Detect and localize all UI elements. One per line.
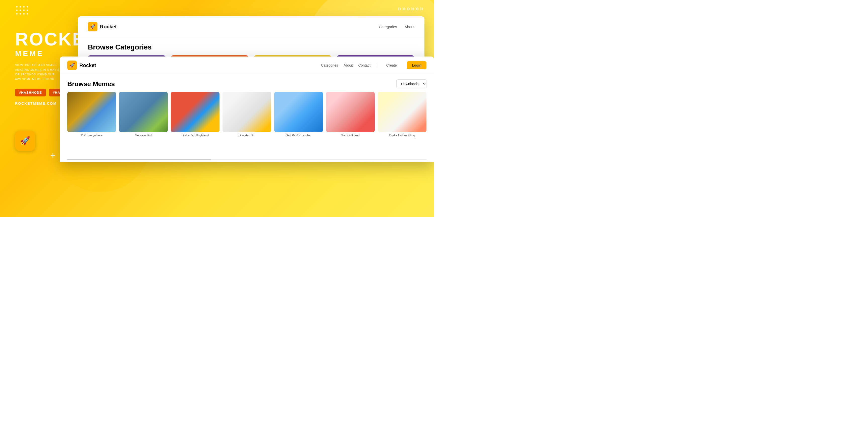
- meme-figure: [326, 92, 375, 132]
- nav-categories-2[interactable]: Categories: [321, 63, 338, 67]
- meme-thumbnail: [326, 92, 375, 132]
- app-icon-large: 🚀: [15, 131, 35, 151]
- nav-links-1: Categories About: [379, 25, 414, 29]
- meme-thumbnail: [119, 92, 168, 132]
- meme-card[interactable]: Success Kid: [119, 92, 168, 137]
- meme-label: X X Everywhere: [67, 134, 116, 137]
- meme-card[interactable]: X X Everywhere: [67, 92, 116, 137]
- meme-card[interactable]: Sad Girlfriend: [326, 92, 375, 137]
- login-button[interactable]: Login: [407, 61, 427, 69]
- nav-categories-1[interactable]: Categories: [379, 25, 397, 29]
- scroll-bar[interactable]: [67, 159, 427, 160]
- hashnode-tag[interactable]: #HASHNODE: [15, 89, 46, 96]
- browser-window-memes: 🚀 Rocket Categories About Contact Create…: [60, 57, 434, 162]
- meme-figure: [378, 92, 427, 132]
- meme-card[interactable]: Sad Pablo Escobar: [274, 92, 323, 137]
- meme-figure: [67, 92, 116, 132]
- scroll-thumb: [67, 159, 211, 160]
- create-button[interactable]: Create: [382, 61, 401, 69]
- meme-thumbnail: [222, 92, 271, 132]
- meme-label: Sad Girlfriend: [326, 134, 375, 137]
- meme-card[interactable]: Distracted Boyfriend: [171, 92, 219, 137]
- nav-about-1[interactable]: About: [405, 25, 414, 29]
- meme-card[interactable]: Drake Hotline Bling: [378, 92, 427, 137]
- browse-memes-title: Browse Memes: [67, 80, 115, 88]
- browse-categories-title: Browse Categories: [78, 37, 425, 55]
- meme-thumbnail: [171, 92, 219, 132]
- nav-bar-2: 🚀 Rocket Categories About Contact Create…: [60, 57, 434, 74]
- dots-pattern: [15, 5, 29, 16]
- sort-dropdown[interactable]: Downloads: [396, 80, 427, 88]
- logo-icon-2: 🚀: [67, 61, 77, 70]
- meme-thumbnail: [67, 92, 116, 132]
- meme-thumbnail: [274, 92, 323, 132]
- logo-1[interactable]: 🚀 Rocket: [88, 22, 117, 31]
- chevrons-decoration: »»»»»»: [398, 4, 424, 12]
- meme-thumbnail: [378, 92, 427, 132]
- nav-contact-2[interactable]: Contact: [359, 63, 370, 67]
- logo-icon-1: 🚀: [88, 22, 97, 31]
- nav-links-2: Categories About Contact Create Login: [321, 61, 427, 69]
- plus-icon: +: [50, 150, 56, 161]
- meme-figure: [119, 92, 168, 132]
- meme-figure: [274, 92, 323, 132]
- meme-label: Distracted Boyfriend: [171, 134, 219, 137]
- nav-divider: [376, 63, 376, 68]
- nav-about-2[interactable]: About: [344, 63, 353, 67]
- meme-label: Sad Pablo Escobar: [274, 134, 323, 137]
- meme-label: Drake Hotline Bling: [378, 134, 427, 137]
- nav-bar-1: 🚀 Rocket Categories About: [78, 16, 425, 37]
- logo-text-2: Rocket: [80, 63, 96, 68]
- meme-label: Success Kid: [119, 134, 168, 137]
- logo-text-1: Rocket: [100, 24, 117, 30]
- meme-figure: [171, 92, 219, 132]
- browse-memes-header: Browse Memes Downloads: [60, 74, 434, 92]
- meme-figure: [222, 92, 271, 132]
- logo-2[interactable]: 🚀 Rocket: [67, 61, 96, 70]
- memes-grid: X X Everywhere Success Kid Distracted Bo…: [60, 92, 434, 137]
- meme-card[interactable]: Disaster Girl: [222, 92, 271, 137]
- meme-label: Disaster Girl: [222, 134, 271, 137]
